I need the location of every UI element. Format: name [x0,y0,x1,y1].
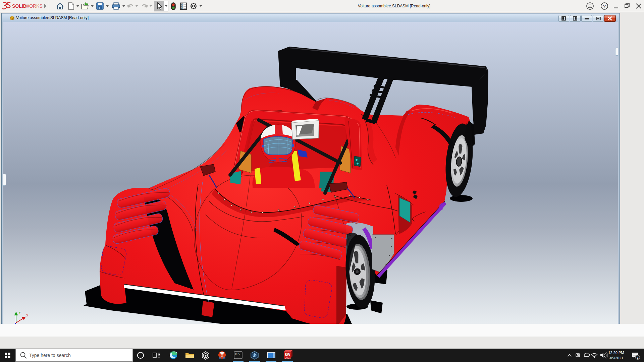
svg-text:1: 1 [637,356,638,359]
svg-text:Y: Y [19,311,21,314]
svg-text:C:\_: C:\_ [235,353,241,356]
svg-text:WORKS: WORKS [25,3,43,9]
svg-text:X: X [26,314,28,317]
svg-text:?: ? [603,3,606,9]
svg-text:2021: 2021 [285,356,291,359]
svg-text:SOLID: SOLID [12,3,26,9]
